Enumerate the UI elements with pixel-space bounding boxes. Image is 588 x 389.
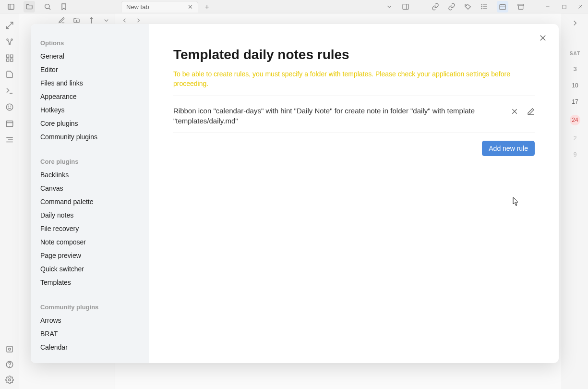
link-out-icon[interactable] [448, 3, 456, 11]
calendar-day-header: SAT [570, 51, 580, 56]
add-tab-button[interactable]: + [205, 2, 209, 11]
tabs-area: New tab ✕ + [118, 0, 209, 13]
calendar-nav [562, 13, 588, 33]
title-bar-left-icons [0, 1, 68, 12]
settings-nav-item[interactable]: File recovery [31, 222, 149, 235]
new-folder-icon[interactable] [73, 17, 80, 24]
maximize-icon[interactable] [560, 3, 568, 11]
search-icon[interactable] [44, 3, 51, 11]
calendar-icon[interactable] [497, 1, 508, 12]
settings-nav-item[interactable]: Canvas [31, 182, 149, 195]
settings-nav-item[interactable]: Core plugins [31, 117, 149, 130]
note-icon[interactable] [5, 70, 14, 79]
settings-nav-item[interactable]: General [31, 49, 149, 63]
title-bar-right-icons [385, 0, 584, 13]
svg-point-44 [9, 379, 11, 381]
settings-nav-item[interactable]: Daily notes [31, 208, 149, 222]
left-ribbon [0, 13, 19, 389]
graph-icon[interactable] [5, 37, 14, 46]
calendar-day[interactable]: 2 [574, 135, 577, 142]
settings-nav-item[interactable]: Command palette [31, 195, 149, 208]
settings-body: Templated daily notes rules To be able t… [149, 24, 559, 363]
ribbon-bottom [0, 345, 19, 384]
svg-point-10 [481, 4, 482, 5]
emoji-icon[interactable] [5, 103, 14, 111]
new-note-icon[interactable] [58, 17, 65, 24]
settings-nav-item[interactable]: Calendar [31, 340, 149, 354]
window-close-icon[interactable] [576, 3, 584, 11]
svg-rect-19 [562, 5, 565, 8]
settings-nav-item[interactable]: Hotkeys [31, 103, 149, 117]
tab-label: New tab [126, 3, 149, 11]
add-rule-row: Add new rule [173, 133, 535, 156]
settings-nav-item[interactable]: Page preview [31, 249, 149, 262]
settings-sidebar: OptionsGeneralEditorFiles and linksAppea… [31, 24, 149, 363]
canvas-icon[interactable] [5, 54, 14, 62]
archive-icon[interactable] [517, 3, 525, 11]
svg-point-12 [481, 8, 482, 9]
settings-section-title: Community plugins [31, 301, 149, 314]
calendar-day[interactable]: 17 [572, 98, 578, 105]
tag-icon[interactable] [464, 3, 472, 11]
link-in-icon[interactable] [432, 3, 439, 11]
settings-nav-item[interactable]: Note composer [31, 235, 149, 249]
settings-section-title: Options [31, 36, 149, 49]
delete-rule-icon[interactable] [511, 108, 518, 115]
svg-point-43 [10, 366, 10, 366]
edit-rule-icon[interactable] [527, 108, 535, 115]
command-icon[interactable] [5, 86, 14, 95]
settings-title: Templated daily notes rules [173, 47, 535, 62]
sort-icon[interactable] [88, 17, 95, 24]
svg-rect-30 [11, 59, 13, 61]
svg-line-26 [10, 40, 12, 43]
settings-nav-item[interactable]: Community plugins [31, 130, 149, 144]
svg-point-2 [45, 4, 49, 8]
settings-nav-item[interactable]: Files and links [31, 76, 149, 90]
calendar-day[interactable]: 3 [574, 66, 577, 73]
add-rule-button[interactable]: Add new rule [482, 141, 535, 156]
close-icon[interactable]: ✕ [188, 3, 193, 11]
settings-nav-item[interactable]: BRAT [31, 327, 149, 340]
calendar-day[interactable]: 10 [572, 82, 578, 89]
settings-nav-item[interactable]: Templates [31, 276, 149, 289]
sidebar-toggle-icon[interactable] [7, 3, 15, 11]
bookmark-icon[interactable] [60, 3, 68, 11]
rule-description: Ribbon icon "calendar-days" with hint "D… [173, 106, 501, 126]
nav-back-icon[interactable] [121, 17, 128, 24]
svg-rect-0 [8, 4, 14, 9]
calendar-day-today[interactable]: 24 [570, 115, 580, 125]
settings-nav-item[interactable]: Appearance [31, 90, 149, 103]
title-bar: New tab ✕ + [0, 0, 588, 13]
svg-rect-29 [6, 59, 9, 61]
settings-nav-item[interactable]: Arrows [31, 314, 149, 327]
indent-icon[interactable] [5, 135, 14, 144]
settings-nav-item[interactable]: Quick switcher [31, 262, 149, 276]
svg-point-6 [466, 5, 467, 6]
calendar-day[interactable]: 9 [574, 151, 577, 158]
svg-rect-4 [403, 4, 408, 10]
quick-switcher-icon[interactable] [5, 21, 14, 30]
vault-icon[interactable] [5, 345, 14, 353]
settings-nav-item[interactable]: Editor [31, 63, 149, 76]
settings-nav-item[interactable]: Backlinks [31, 168, 149, 182]
svg-rect-13 [500, 4, 505, 10]
chevron-down-icon[interactable] [385, 3, 393, 11]
minimize-icon[interactable] [544, 3, 552, 11]
right-sidebar-toggle-icon[interactable] [402, 3, 409, 11]
chevron-right-icon[interactable] [571, 19, 579, 27]
settings-modal: OptionsGeneralEditorFiles and linksAppea… [31, 24, 559, 363]
divider [173, 96, 535, 96]
settings-icon[interactable] [5, 376, 14, 384]
tab-new[interactable]: New tab ✕ [121, 1, 198, 12]
right-calendar-panel: SAT 3 10 17 24 2 9 [562, 13, 588, 389]
folder-icon[interactable] [24, 1, 35, 12]
collapse-icon[interactable] [103, 17, 110, 24]
close-icon[interactable] [539, 34, 547, 42]
calendar-days-icon[interactable] [5, 119, 14, 128]
rule-row: Ribbon icon "calendar-days" with hint "D… [173, 102, 535, 133]
svg-rect-35 [6, 121, 13, 127]
help-icon[interactable] [5, 360, 14, 369]
list-icon[interactable] [480, 3, 488, 11]
settings-warning: To be able to create rules, you must spe… [173, 69, 535, 89]
nav-forward-icon[interactable] [135, 17, 142, 24]
